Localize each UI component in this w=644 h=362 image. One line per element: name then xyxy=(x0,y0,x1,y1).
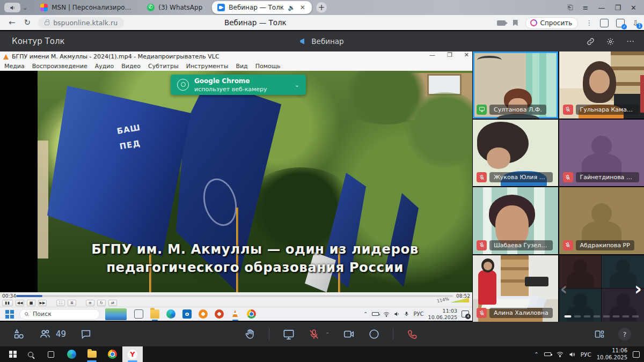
notification-center-icon[interactable]: 4 xyxy=(462,311,469,317)
panel-icon[interactable]: ⎗ xyxy=(567,3,573,12)
shuffle-button[interactable]: ⇄ xyxy=(108,300,117,306)
loop-button[interactable]: ↻ xyxy=(97,300,106,306)
battery-icon[interactable] xyxy=(372,312,379,316)
layout-button[interactable] xyxy=(594,329,605,339)
chrome-webcam-notification[interactable]: Google Chrome использует веб-камеру ⌄ xyxy=(171,75,306,95)
extended-settings-button[interactable]: ≣ xyxy=(68,300,76,306)
carousel-pagination[interactable] xyxy=(564,315,639,317)
participant-tile[interactable]: Гайнетдинова Лили... xyxy=(559,120,644,187)
battery-icon[interactable] xyxy=(544,352,551,356)
taskbar-edge-icon[interactable] xyxy=(61,346,82,362)
language-indicator[interactable]: РУС xyxy=(581,351,591,358)
tray-chevron-icon[interactable]: ⌃ xyxy=(534,351,538,357)
chat-button[interactable] xyxy=(80,328,92,340)
file-explorer-icon[interactable] xyxy=(150,309,159,319)
browser-tab-whatsapp[interactable]: (3) WhatsApp xyxy=(140,0,210,15)
fullscreen-button[interactable]: ⛶ xyxy=(56,300,65,306)
notification-center-icon[interactable] xyxy=(633,351,640,358)
gear-icon[interactable] xyxy=(606,38,614,46)
participant-tile[interactable]: Алина Халиловна xyxy=(473,255,558,322)
window-close-button[interactable]: ✕ xyxy=(631,4,636,12)
next-button[interactable]: ▶▶ xyxy=(38,300,47,306)
start-button[interactable] xyxy=(0,346,20,362)
tab-audio-button[interactable] xyxy=(4,3,20,12)
wifi-icon[interactable] xyxy=(557,351,564,357)
participant-tile[interactable]: Гульнара Камалиева xyxy=(559,51,644,119)
participant-tile[interactable]: Султанова Л.Ф. xyxy=(473,51,558,119)
vlc-video-area[interactable]: БАШ ПЕД БГПУ им. М. Акмуллы — один из ли… xyxy=(0,71,472,292)
vlc-menu-view[interactable]: Вид xyxy=(236,63,247,70)
screen-share-button[interactable] xyxy=(282,328,295,341)
shared-language-indicator[interactable]: РУС xyxy=(413,311,423,317)
vlc-taskbar-icon[interactable] xyxy=(231,309,240,319)
tab-sound-icon[interactable]: 🔉 xyxy=(288,4,295,11)
vlc-menu-video[interactable]: Видео xyxy=(121,63,141,70)
more-options-icon[interactable]: ⋯ xyxy=(626,36,634,46)
shared-clock[interactable]: 11:03 10.06.2025 xyxy=(428,308,457,321)
vlc-menu-audio[interactable]: Аудио xyxy=(95,63,114,70)
widgets-weather-icon[interactable] xyxy=(105,308,127,320)
bookmark-icon[interactable] xyxy=(513,20,518,26)
window-minimize-button[interactable]: — xyxy=(598,4,605,12)
new-tab-button[interactable]: + xyxy=(316,2,327,13)
vlc-restore-button[interactable]: ❐ xyxy=(447,51,452,58)
apps-button[interactable] xyxy=(13,328,25,340)
chevron-down-icon[interactable]: ⌄ xyxy=(295,82,299,88)
taskbar-yandex-browser-icon[interactable]: Y xyxy=(122,346,143,362)
carousel-prev-icon[interactable]: ‹ xyxy=(560,278,568,299)
record-button[interactable] xyxy=(368,328,380,340)
mic-off-button[interactable] xyxy=(308,328,320,341)
taskbar-file-explorer-icon[interactable] xyxy=(82,346,102,362)
mic-icon[interactable] xyxy=(404,311,409,317)
vlc-minimize-button[interactable]: — xyxy=(429,51,435,58)
vlc-menu-subtitles[interactable]: Субтитры xyxy=(148,63,179,70)
extension-icon[interactable] xyxy=(600,19,609,27)
back-icon[interactable]: ← xyxy=(9,18,16,27)
vlc-title-bar[interactable]: БГПУ имени М. Акмуллы - 2024(1).mp4 - Ме… xyxy=(0,51,472,62)
vlc-menu-help[interactable]: Помощь xyxy=(255,63,281,70)
participant-tile[interactable]: Шабаева Гузель Ф... xyxy=(473,187,558,254)
task-view-icon[interactable] xyxy=(134,309,143,319)
shared-search-box[interactable]: Поиск xyxy=(19,309,100,320)
wifi-icon[interactable] xyxy=(383,312,390,317)
taskbar-chrome-icon[interactable] xyxy=(102,346,122,362)
vlc-seek-bar[interactable] xyxy=(16,295,453,297)
volume-slider[interactable] xyxy=(451,298,469,302)
raise-hand-button[interactable] xyxy=(244,328,256,341)
stop-button[interactable]: ■ xyxy=(27,300,35,306)
vlc-menu-media[interactable]: Медиа xyxy=(4,63,25,70)
downloads-icon[interactable]: ⇩1 xyxy=(632,19,639,27)
vlc-menu-tools[interactable]: Инструменты xyxy=(186,63,229,70)
speaker-icon[interactable] xyxy=(569,351,575,358)
leave-call-button[interactable] xyxy=(406,328,419,341)
taskbar-search-icon[interactable] xyxy=(20,346,41,362)
ask-button[interactable]: Спросить xyxy=(525,17,579,29)
browser-tab-webinar[interactable]: Вебинар — Толк 🔉 ✕ xyxy=(212,1,312,14)
tab-close-icon[interactable]: ✕ xyxy=(299,4,306,11)
camera-permission-icon[interactable] xyxy=(497,20,506,26)
pause-button[interactable]: ▮▮ xyxy=(2,300,13,306)
chrome-icon[interactable] xyxy=(247,309,256,319)
reload-icon[interactable]: ↻ xyxy=(24,18,31,27)
window-restore-button[interactable]: ❐ xyxy=(614,4,621,12)
vlc-close-button[interactable]: ✕ xyxy=(464,51,469,58)
url-field[interactable]: bspuonline.ktalk.ru xyxy=(38,17,124,28)
participant-tile[interactable]: Жукова Юлия Алек... xyxy=(473,120,558,187)
camera-button[interactable] xyxy=(342,328,355,340)
powerpoint-icon[interactable] xyxy=(215,309,224,319)
copy-link-icon[interactable] xyxy=(587,38,595,46)
protect-extension-icon[interactable] xyxy=(616,19,625,27)
chevron-down-icon[interactable]: ⌄ xyxy=(23,4,27,11)
browser-tab-msn[interactable]: MSN | Персонализирован xyxy=(33,0,140,15)
help-button[interactable]: ? xyxy=(618,328,631,341)
kebab-menu-icon[interactable]: ⋮ xyxy=(586,19,592,27)
menu-icon[interactable]: ≡ xyxy=(583,4,589,12)
shared-start-button[interactable] xyxy=(5,310,14,319)
previous-button[interactable]: ◀◀ xyxy=(16,300,24,306)
speaker-icon[interactable] xyxy=(394,311,400,317)
taskbar-clock[interactable]: 11:06 10.06.2025 xyxy=(597,348,627,361)
carousel-next-icon[interactable]: › xyxy=(634,278,642,299)
participant-tile[interactable]: Абдракипова РР xyxy=(559,187,644,254)
participants-button[interactable] xyxy=(39,328,52,340)
mic-options-chevron-icon[interactable]: ⌃ xyxy=(325,331,330,337)
